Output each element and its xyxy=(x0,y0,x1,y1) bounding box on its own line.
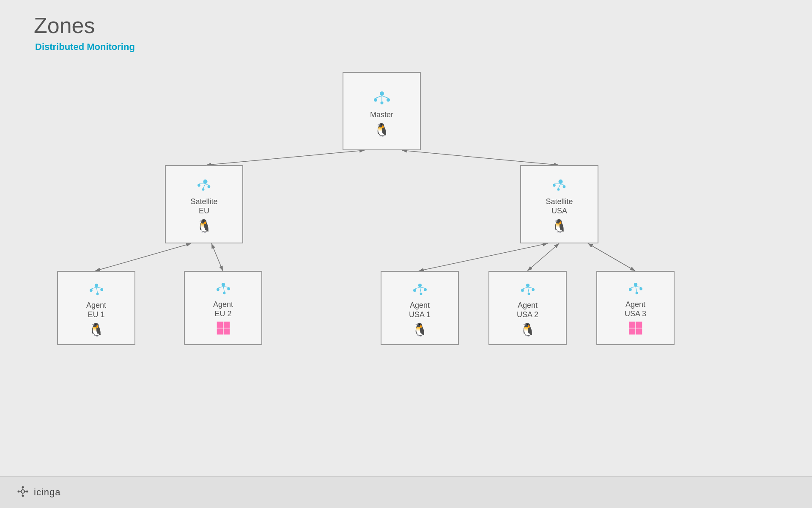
svg-rect-45 xyxy=(223,321,230,328)
svg-rect-69 xyxy=(629,321,635,328)
svg-point-49 xyxy=(413,289,416,292)
svg-point-33 xyxy=(96,293,99,295)
agent-usa1-network-icon xyxy=(411,279,429,298)
agent-eu2-label: AgentEU 2 xyxy=(213,300,233,318)
svg-point-24 xyxy=(553,184,556,187)
svg-point-23 xyxy=(558,179,562,184)
svg-line-61 xyxy=(528,287,529,293)
agent-usa2-os-icon: 🐧 xyxy=(520,322,535,337)
svg-point-31 xyxy=(90,289,93,292)
svg-line-8 xyxy=(588,243,635,271)
svg-line-42 xyxy=(223,287,229,288)
svg-line-3 xyxy=(402,150,559,165)
svg-point-19 xyxy=(202,188,204,191)
svg-point-57 xyxy=(532,288,535,291)
satellite-usa-os-icon: 🐧 xyxy=(551,218,567,233)
svg-line-22 xyxy=(203,184,205,189)
agent-usa1-label: AgentUSA 1 xyxy=(409,301,431,319)
svg-point-51 xyxy=(420,293,422,295)
agent-usa2-node: AgentUSA 2 🐧 xyxy=(488,271,567,345)
svg-point-38 xyxy=(217,288,219,291)
footer-brand-label: icinga xyxy=(34,487,60,498)
satellite-usa-label: SatelliteUSA xyxy=(546,197,573,215)
agent-usa2-label: AgentUSA 2 xyxy=(517,301,538,319)
svg-point-37 xyxy=(221,283,225,286)
svg-line-34 xyxy=(91,287,96,289)
agent-usa1-node: AgentUSA 1 🐧 xyxy=(381,271,459,345)
satellite-eu-label: SatelliteEU xyxy=(190,197,217,215)
satellite-eu-os-icon: 🐧 xyxy=(196,218,212,233)
svg-line-59 xyxy=(522,287,528,289)
svg-point-25 xyxy=(562,185,565,188)
svg-line-5 xyxy=(211,243,223,271)
svg-point-63 xyxy=(629,288,632,291)
satellite-usa-network-icon xyxy=(551,175,568,195)
svg-line-6 xyxy=(419,243,548,271)
agent-usa2-network-icon xyxy=(519,279,537,298)
svg-line-60 xyxy=(528,287,533,289)
svg-point-17 xyxy=(198,184,200,187)
svg-point-58 xyxy=(527,293,530,295)
svg-point-76 xyxy=(18,491,20,493)
agent-usa3-os-icon xyxy=(629,321,642,338)
svg-line-21 xyxy=(205,184,208,185)
svg-line-41 xyxy=(218,287,223,288)
svg-point-73 xyxy=(21,490,25,493)
svg-point-12 xyxy=(380,102,383,105)
master-network-icon xyxy=(371,85,392,108)
svg-line-35 xyxy=(96,287,102,289)
svg-line-29 xyxy=(558,184,560,189)
svg-point-48 xyxy=(418,284,421,287)
agent-eu1-network-icon xyxy=(88,279,105,298)
svg-point-18 xyxy=(207,185,210,188)
agent-eu1-node: AgentEU 1 🐧 xyxy=(57,271,135,345)
svg-point-64 xyxy=(639,287,642,290)
svg-point-9 xyxy=(380,91,384,96)
svg-point-55 xyxy=(526,284,529,287)
svg-line-54 xyxy=(420,287,421,293)
svg-point-50 xyxy=(424,288,427,291)
master-os-icon: 🐧 xyxy=(374,122,390,137)
svg-point-10 xyxy=(374,98,377,102)
master-node: Master 🐧 xyxy=(343,72,421,150)
svg-point-39 xyxy=(227,287,230,290)
svg-point-16 xyxy=(203,179,207,184)
svg-line-28 xyxy=(560,184,564,185)
svg-line-67 xyxy=(636,287,641,288)
svg-point-40 xyxy=(223,292,225,295)
svg-point-62 xyxy=(634,283,637,286)
svg-line-52 xyxy=(414,287,420,289)
agent-usa3-label: AgentUSA 3 xyxy=(625,300,646,318)
satellite-usa-node: SatelliteUSA 🐧 xyxy=(520,165,598,243)
footer: icinga xyxy=(0,476,812,508)
svg-point-11 xyxy=(387,98,390,102)
agent-usa3-node: AgentUSA 3 xyxy=(596,271,675,345)
svg-point-30 xyxy=(94,284,98,287)
svg-point-77 xyxy=(26,491,28,493)
agent-usa3-network-icon xyxy=(627,278,645,298)
satellite-eu-network-icon xyxy=(195,175,213,195)
agent-eu1-os-icon: 🐧 xyxy=(88,322,104,337)
svg-rect-47 xyxy=(223,328,230,334)
svg-point-75 xyxy=(22,495,24,497)
svg-line-43 xyxy=(223,287,225,292)
svg-line-36 xyxy=(96,287,98,293)
svg-line-2 xyxy=(206,150,365,165)
agent-eu1-label: AgentEU 1 xyxy=(86,301,106,319)
svg-line-53 xyxy=(420,287,425,289)
svg-line-13 xyxy=(376,96,382,98)
svg-point-56 xyxy=(521,289,524,292)
svg-point-32 xyxy=(100,288,103,291)
svg-point-26 xyxy=(557,188,560,191)
diagram-area: Master 🐧 SatelliteEU 🐧 xyxy=(0,59,812,474)
svg-line-7 xyxy=(527,243,559,271)
svg-line-68 xyxy=(636,287,637,292)
page-subtitle: Distributed Monitoring xyxy=(35,41,135,52)
agent-eu2-network-icon xyxy=(214,278,232,298)
master-label: Master xyxy=(370,110,393,120)
page-title: Zones xyxy=(34,13,95,38)
satellite-eu-node: SatelliteEU 🐧 xyxy=(165,165,243,243)
footer-logo-icon xyxy=(17,486,29,499)
agent-eu2-os-icon xyxy=(217,321,230,338)
svg-line-4 xyxy=(95,243,191,271)
